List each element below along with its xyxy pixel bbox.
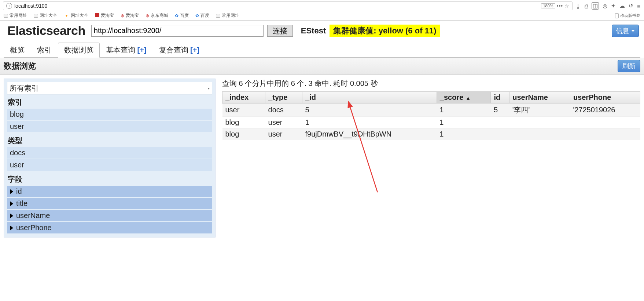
- sidebar-item-userPhone[interactable]: userPhone: [7, 222, 212, 233]
- caret-down-icon: [631, 30, 635, 32]
- url-text: localhost:9100: [14, 3, 47, 9]
- shield-icon[interactable]: ◎: [603, 3, 607, 9]
- table-row[interactable]: bloguserf9ujDmwBV__t9DHtBpWN1: [222, 128, 640, 140]
- bookmark-icon: 🔸: [64, 13, 69, 18]
- cluster-name: EStest: [297, 26, 326, 36]
- cell-userName: '李四': [509, 104, 570, 117]
- app-header: Elasticsearch 连接 EStest 集群健康值: yellow (6…: [4, 21, 640, 39]
- column-header-userPhone[interactable]: userPhone: [570, 92, 640, 104]
- sidebar: 所有索引 ▾ 索引bloguser类型docsuser字段idtitleuser…: [4, 79, 216, 237]
- cell-userName: [509, 128, 570, 140]
- cell-id: [491, 117, 509, 128]
- column-header-id[interactable]: id: [491, 92, 509, 104]
- cell-_index: user: [222, 104, 265, 117]
- cell-userName: [509, 117, 570, 128]
- bookmark-star-icon[interactable]: [564, 3, 569, 9]
- info-dropdown-button[interactable]: 信息: [612, 25, 639, 37]
- cell-_score: 1: [437, 117, 491, 128]
- cell-_index: blog: [222, 117, 265, 128]
- library-icon[interactable]: ⎙: [585, 3, 588, 9]
- zoom-indicator[interactable]: 180%: [541, 3, 555, 8]
- cell-_type: user: [265, 128, 302, 140]
- expand-icon: [10, 225, 13, 231]
- bookmarks-bar: 常用网址网址大全🔸网址大全爱淘宝⊕爱淘宝⊕京东商城✿百度✿百度常用网址: [4, 12, 239, 19]
- tab-索引[interactable]: 索引: [31, 43, 58, 57]
- menu-icon[interactable]: ≡: [637, 3, 640, 9]
- results-pane: 查询 6 个分片中用的 6 个. 3 命中. 耗时 0.005 秒 _index…: [222, 79, 640, 237]
- bookmark-icon: ✿: [175, 13, 179, 18]
- column-header-_score[interactable]: _score▲: [437, 92, 491, 104]
- sidebar-item-userName[interactable]: userName: [7, 210, 212, 221]
- index-select[interactable]: 所有索引 ▾: [7, 82, 212, 94]
- tab-概览[interactable]: 概览: [4, 43, 31, 57]
- bookmark-item[interactable]: ⊕爱淘宝: [121, 12, 139, 19]
- cell-userPhone: '2725019026: [570, 104, 640, 117]
- tab-复合查询[interactable]: 复合查询 [+]: [153, 43, 206, 57]
- cluster-health-badge: 集群健康值: yellow (6 of 11): [330, 25, 440, 37]
- chat-icon[interactable]: ✦: [611, 3, 616, 9]
- note-icon[interactable]: ☁: [619, 3, 625, 9]
- cell-userPhone: [570, 117, 640, 128]
- tab-基本查询[interactable]: 基本查询 [+]: [100, 43, 153, 57]
- sidebar-item-title[interactable]: title: [7, 198, 212, 209]
- table-row[interactable]: bloguser11: [222, 117, 640, 128]
- sidebar-toggle-icon[interactable]: ◫: [592, 2, 599, 10]
- bookmark-icon: [34, 14, 38, 18]
- sidebar-item-docs[interactable]: docs: [7, 147, 212, 159]
- page-actions-icon[interactable]: •••: [557, 3, 563, 9]
- sidebar-item-user[interactable]: user: [7, 159, 212, 171]
- connect-button[interactable]: 连接: [267, 25, 293, 37]
- bookmark-item[interactable]: ✿百度: [195, 12, 209, 19]
- bookmark-item[interactable]: 常用网址: [4, 12, 27, 19]
- bookmark-icon: ✿: [195, 13, 199, 18]
- cell-_score: 1: [437, 104, 491, 117]
- bookmark-item[interactable]: ✿百度: [175, 12, 189, 19]
- expand-icon: [10, 213, 13, 218]
- app-title: Elasticsearch: [5, 22, 88, 39]
- cell-id: 5: [491, 104, 509, 117]
- sidebar-item-id[interactable]: id: [7, 186, 212, 197]
- sidebar-group-header: 索引: [7, 94, 212, 109]
- site-info-icon[interactable]: i: [6, 3, 12, 9]
- bookmark-icon: [95, 13, 99, 18]
- bookmark-item[interactable]: ⊕京东商城: [146, 12, 168, 19]
- cell-_score: 1: [437, 128, 491, 140]
- tabs-bar: 概览索引数据浏览基本查询 [+]复合查询 [+]: [4, 42, 640, 58]
- cell-_id: 1: [302, 117, 437, 128]
- bookmark-icon: ⊕: [121, 13, 124, 18]
- cell-_id: f9ujDmwBV__t9DHtBpWN: [302, 128, 437, 140]
- column-header-_index[interactable]: _index: [222, 92, 265, 104]
- sort-asc-icon: ▲: [463, 95, 471, 101]
- sidebar-item-blog[interactable]: blog: [7, 109, 212, 120]
- sidebar-item-user[interactable]: user: [7, 121, 212, 132]
- bookmark-item[interactable]: 网址大全: [34, 12, 57, 19]
- reload-icon[interactable]: ↺: [629, 3, 633, 9]
- column-header-userName[interactable]: userName: [509, 92, 570, 104]
- table-header-row: _index_type_id_score▲iduserNameuserPhone: [222, 92, 640, 104]
- column-header-_id[interactable]: _id: [302, 92, 437, 104]
- cell-_id: 5: [302, 104, 437, 117]
- cluster-url-input[interactable]: [91, 25, 264, 37]
- plus-icon: [+]: [135, 46, 147, 54]
- browser-chrome: i localhost:9100 180% ••• ⭳ ⎙ ◫ ◎ ✦ ☁ ↺ …: [0, 0, 644, 21]
- tab-数据浏览[interactable]: 数据浏览: [58, 43, 100, 58]
- bookmark-item[interactable]: 爱淘宝: [95, 12, 114, 19]
- bookmark-icon: ⊕: [146, 13, 149, 18]
- sidebar-group-header: 字段: [7, 171, 212, 186]
- download-icon[interactable]: ⭳: [575, 3, 581, 9]
- bookmark-item[interactable]: 🔸网址大全: [64, 12, 88, 19]
- refresh-button[interactable]: 刷新: [618, 60, 640, 72]
- results-table: _index_type_id_score▲iduserNameuserPhone…: [222, 91, 640, 140]
- table-row[interactable]: userdocs515'李四''2725019026: [222, 104, 640, 117]
- bookmark-icon: [216, 14, 220, 18]
- expand-icon: [10, 201, 13, 206]
- bookmark-icon: [4, 14, 8, 18]
- cell-userPhone: [570, 128, 640, 140]
- subheader-bar: 数据浏览 刷新: [0, 58, 644, 75]
- subheader-title: 数据浏览: [4, 61, 36, 72]
- cell-_index: blog: [222, 128, 265, 140]
- address-bar[interactable]: i localhost:9100 180% •••: [3, 1, 573, 10]
- mobile-bookmarks[interactable]: 移动版书签: [615, 13, 640, 18]
- column-header-_type[interactable]: _type: [265, 92, 302, 104]
- bookmark-item[interactable]: 常用网址: [216, 12, 239, 19]
